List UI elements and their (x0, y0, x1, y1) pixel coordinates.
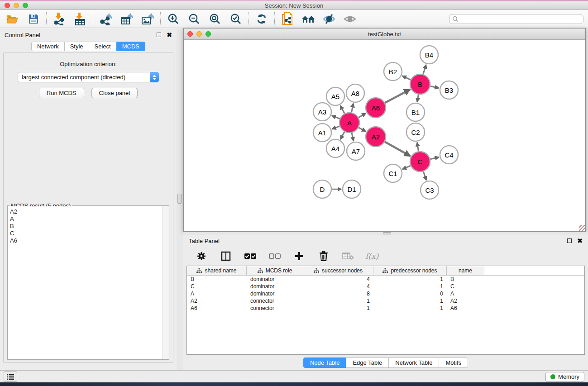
save-session-button[interactable] (26, 12, 41, 26)
export-image-button[interactable] (140, 12, 155, 26)
graph-edge-A6-B[interactable] (385, 90, 410, 103)
cell-name[interactable]: A2 (447, 298, 484, 304)
table-row[interactable]: A dominator 8 0 A (187, 290, 584, 297)
search-input[interactable] (459, 16, 580, 22)
graph-edge-C-C1[interactable] (402, 166, 411, 169)
cell-successor-nodes[interactable]: 1 (303, 298, 373, 304)
refresh-view-button[interactable] (254, 12, 269, 26)
clone-network-button[interactable] (280, 12, 295, 26)
cell-mcds-role[interactable]: dominator (247, 276, 303, 282)
table-row[interactable]: A2 connector 1 1 A2 (187, 297, 584, 305)
graph-edge-C-C3[interactable] (423, 172, 426, 180)
cell-name[interactable]: A6 (447, 305, 484, 311)
home-view-button[interactable] (301, 12, 316, 26)
graph-edge-B-B2[interactable] (402, 76, 411, 80)
cell-shared-name[interactable]: B (187, 276, 247, 282)
import-network-button[interactable] (52, 12, 67, 26)
graph-edge-B-B4[interactable] (423, 65, 426, 74)
export-table-button[interactable] (120, 12, 134, 26)
cell-successor-nodes[interactable]: 4 (303, 276, 373, 282)
cell-mcds-role[interactable]: connector (247, 298, 303, 304)
graph-edge-A-A7[interactable] (352, 133, 354, 141)
open-session-button[interactable] (5, 12, 20, 26)
cell-mcds-role[interactable]: dominator (247, 283, 303, 290)
result-item[interactable]: B (10, 223, 163, 230)
import-table-button[interactable] (73, 12, 87, 26)
result-item[interactable]: C (10, 230, 163, 237)
result-list-scrollbar[interactable] (163, 206, 168, 359)
cell-mcds-role[interactable]: connector (247, 305, 303, 311)
tab-mcds[interactable]: MCDS (116, 42, 145, 51)
unselect-all-columns-button[interactable] (268, 249, 282, 263)
optimization-criterion-select[interactable]: largest connected component (directed) (18, 72, 159, 82)
close-panel-icon[interactable]: ✖ (577, 238, 583, 243)
memory-button[interactable]: Memory (545, 372, 584, 382)
cell-successor-nodes[interactable]: 4 (303, 283, 373, 290)
cell-shared-name[interactable]: A6 (187, 305, 247, 311)
graph-edge-B-B3[interactable] (430, 86, 439, 88)
delete-table-button[interactable] (341, 249, 355, 263)
cell-name[interactable]: A (447, 291, 484, 297)
zoom-selected-button[interactable] (229, 12, 243, 26)
graph-edge-A-A5[interactable] (340, 105, 344, 113)
table-row[interactable]: A6 connector 1 1 A6 (187, 305, 584, 312)
cell-predecessor-nodes[interactable]: 0 (373, 291, 447, 297)
cell-successor-nodes[interactable]: 1 (303, 305, 373, 311)
table-settings-button[interactable] (194, 249, 209, 263)
cell-successor-nodes[interactable]: 8 (303, 291, 373, 297)
delete-rows-button[interactable] (316, 249, 331, 263)
divider-grip[interactable] (177, 194, 182, 204)
column-layout-button[interactable] (219, 249, 233, 263)
tab-style[interactable]: Style (64, 42, 89, 51)
vertical-split-divider[interactable] (177, 28, 183, 370)
export-network-button[interactable] (99, 12, 113, 26)
graph-edge-A-A2[interactable] (359, 128, 366, 131)
tab-select[interactable]: Select (89, 42, 117, 51)
tab-network[interactable]: Network (31, 42, 65, 51)
graph-edge-A-A6[interactable] (359, 113, 366, 117)
window-resize-grip[interactable] (579, 225, 585, 231)
network-window-titlebar[interactable]: testGlobe.txt (184, 29, 585, 40)
result-item[interactable]: A2 (10, 208, 163, 215)
column-header-successor-nodes[interactable]: successor nodes (303, 266, 373, 275)
zoom-in-button[interactable] (166, 12, 181, 26)
cell-shared-name[interactable]: A (187, 291, 247, 297)
zoom-fit-button[interactable] (208, 12, 222, 26)
cell-predecessor-nodes[interactable]: 1 (373, 276, 447, 282)
horizontal-split-divider[interactable] (183, 232, 588, 235)
apply-function-button[interactable]: f(x) (365, 249, 378, 263)
cell-predecessor-nodes[interactable]: 1 (373, 298, 447, 304)
task-history-button[interactable] (4, 372, 17, 382)
float-panel-icon[interactable] (157, 33, 161, 37)
select-all-columns-button[interactable] (243, 249, 258, 263)
graph-edge-A-A1[interactable] (332, 126, 340, 129)
result-item[interactable]: A (10, 215, 163, 223)
graph-edge-A-A3[interactable] (332, 116, 339, 119)
cell-predecessor-nodes[interactable]: 1 (373, 305, 447, 311)
graph-edge-C-C2[interactable] (417, 143, 418, 152)
graph-edge-A-A8[interactable] (352, 104, 354, 113)
float-panel-icon[interactable] (567, 238, 572, 243)
graph-edge-C-C4[interactable] (430, 157, 439, 159)
cell-shared-name[interactable]: C (187, 283, 247, 290)
cell-shared-name[interactable]: A2 (187, 298, 247, 304)
graph-edge-A-A4[interactable] (340, 132, 344, 139)
column-header-mcds-role[interactable]: MCDS role (247, 266, 303, 275)
column-header-predecessor-nodes[interactable]: predecessor nodes (373, 266, 447, 275)
cell-mcds-role[interactable]: dominator (247, 291, 303, 297)
zoom-out-button[interactable] (187, 12, 201, 26)
network-canvas[interactable]: B4B2BB3A8A5A6A3B1AA1C2A2A4A7C4CC1C3DD1 (184, 40, 585, 231)
column-header-shared-name[interactable]: shared name (187, 266, 247, 275)
graph-edge-A2-C[interactable] (385, 142, 410, 156)
hide-graphics-details-button[interactable] (322, 12, 336, 26)
result-item[interactable]: A6 (10, 237, 163, 244)
cell-name[interactable]: C (447, 283, 484, 290)
show-graphics-details-button[interactable] (343, 12, 357, 26)
cell-predecessor-nodes[interactable]: 1 (373, 283, 447, 290)
network-window[interactable]: testGlobe.txt B4B2BB3A8A5A6A3B1AA1C2A2A4… (183, 28, 586, 232)
tab-network-table[interactable]: Network Table (388, 357, 439, 368)
run-mcds-button[interactable]: Run MCDS (39, 88, 84, 98)
app-titlebar[interactable]: Session: New Session (0, 1, 588, 10)
close-panel-button[interactable]: Close panel (91, 88, 138, 98)
close-panel-icon[interactable]: ✖ (167, 33, 172, 37)
